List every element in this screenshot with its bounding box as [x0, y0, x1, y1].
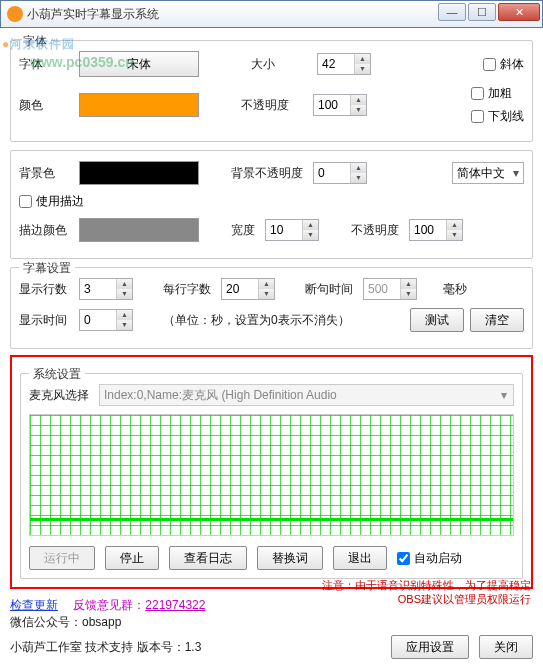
- perline-label: 每行字数: [163, 281, 211, 298]
- footer: 注意：由于语音识别特殊性，为了提高稳定OBS建议以管理员权限运行 检查更新 反馈…: [0, 593, 543, 663]
- underline-checkbox[interactable]: 下划线: [471, 108, 524, 125]
- stroke-width-spinner[interactable]: ▲▼: [265, 219, 319, 241]
- bold-checkbox[interactable]: 加粗: [471, 85, 524, 102]
- opacity-input[interactable]: [314, 95, 350, 115]
- showtime-spinner[interactable]: ▲▼: [79, 309, 133, 331]
- font-label: 字体: [19, 56, 73, 73]
- system-group: 系统设置 麦克风选择 Index:0,Name:麦克风 (High Defini…: [20, 373, 523, 579]
- system-legend: 系统设置: [29, 366, 85, 383]
- opacity-label: 不透明度: [241, 97, 289, 114]
- window-title: 小葫芦实时字幕显示系统: [27, 6, 159, 23]
- footer-close-button[interactable]: 关闭: [479, 635, 533, 659]
- lines-label: 显示行数: [19, 281, 73, 298]
- feedback-label: 反馈意见群：: [73, 598, 145, 612]
- stroke-opacity-spinner[interactable]: ▲▼: [409, 219, 463, 241]
- minimize-button[interactable]: —: [438, 3, 466, 21]
- mic-label: 麦克风选择: [29, 387, 93, 404]
- stroke-width-input[interactable]: [266, 220, 302, 240]
- apply-button[interactable]: 应用设置: [391, 635, 469, 659]
- lines-spinner[interactable]: ▲▼: [79, 278, 133, 300]
- break-label: 断句时间: [305, 281, 353, 298]
- language-select[interactable]: 简体中文: [452, 162, 524, 184]
- showtime-note: （单位：秒，设置为0表示不消失）: [163, 312, 350, 329]
- stroke-enable-checkbox[interactable]: 使用描边: [19, 193, 84, 210]
- bg-color-swatch[interactable]: [79, 161, 199, 185]
- break-unit: 毫秒: [443, 281, 467, 298]
- bg-group: 背景色 背景不透明度 ▲▼ 简体中文 使用描边 描边颜色 宽度 ▲▼ 不透明度: [10, 150, 533, 259]
- color-label: 颜色: [19, 97, 73, 114]
- stroke-opacity-input[interactable]: [410, 220, 446, 240]
- font-group: 字体 字体 宋体 大小 ▲▼ 斜体 颜色 不透明度 ▲▼: [10, 40, 533, 142]
- spin-down-icon[interactable]: ▼: [355, 64, 370, 74]
- footer-warning: 注意：由于语音识别特殊性，为了提高稳定OBS建议以管理员权限运行: [301, 578, 531, 606]
- showtime-label: 显示时间: [19, 312, 73, 329]
- size-spinner[interactable]: ▲▼: [317, 53, 371, 75]
- bg-opacity-spinner[interactable]: ▲▼: [313, 162, 367, 184]
- subtitle-legend: 字幕设置: [19, 260, 75, 277]
- clear-button[interactable]: 清空: [470, 308, 524, 332]
- maximize-button[interactable]: ☐: [468, 3, 496, 21]
- replace-button[interactable]: 替换词: [257, 546, 323, 570]
- subtitle-group: 字幕设置 显示行数 ▲▼ 每行字数 ▲▼ 断句时间 ▲▼ 毫秒 显示时间 ▲▼ …: [10, 267, 533, 349]
- check-update-link[interactable]: 检查更新: [10, 598, 58, 612]
- break-spinner[interactable]: ▲▼: [363, 278, 417, 300]
- stop-button[interactable]: 停止: [105, 546, 159, 570]
- close-button[interactable]: ✕: [498, 3, 540, 21]
- mic-select[interactable]: Index:0,Name:麦克风 (High Definition Audio: [99, 384, 514, 406]
- size-label: 大小: [251, 56, 275, 73]
- font-color-swatch[interactable]: [79, 93, 199, 117]
- app-icon: [7, 6, 23, 22]
- stroke-color-label: 描边颜色: [19, 222, 73, 239]
- perline-spinner[interactable]: ▲▼: [221, 278, 275, 300]
- feedback-link[interactable]: 221974322: [145, 598, 205, 612]
- stroke-color-swatch[interactable]: [79, 218, 199, 242]
- bg-label: 背景色: [19, 165, 73, 182]
- viewlog-button[interactable]: 查看日志: [169, 546, 247, 570]
- size-input[interactable]: [318, 54, 354, 74]
- exit-button[interactable]: 退出: [333, 546, 387, 570]
- highlight-box: 系统设置 麦克风选择 Index:0,Name:麦克风 (High Defini…: [10, 355, 533, 589]
- autostart-checkbox[interactable]: 自动启动: [397, 550, 462, 567]
- waveform-display: [29, 414, 514, 536]
- studio-info: 小葫芦工作室 技术支持 版本号：1.3: [10, 639, 201, 656]
- font-picker-button[interactable]: 宋体: [79, 51, 199, 77]
- bg-opacity-label: 背景不透明度: [231, 165, 303, 182]
- spin-up-icon[interactable]: ▲: [355, 54, 370, 64]
- stroke-width-label: 宽度: [231, 222, 255, 239]
- font-legend: 字体: [19, 33, 51, 50]
- bg-opacity-input[interactable]: [314, 163, 350, 183]
- running-button: 运行中: [29, 546, 95, 570]
- stroke-opacity-label: 不透明度: [351, 222, 399, 239]
- wechat-info: 微信公众号：obsapp: [10, 614, 533, 631]
- opacity-spinner[interactable]: ▲▼: [313, 94, 367, 116]
- italic-checkbox[interactable]: 斜体: [483, 56, 524, 73]
- titlebar: 小葫芦实时字幕显示系统 — ☐ ✕: [0, 0, 543, 28]
- test-button[interactable]: 测试: [410, 308, 464, 332]
- window-buttons: — ☐ ✕: [438, 3, 540, 21]
